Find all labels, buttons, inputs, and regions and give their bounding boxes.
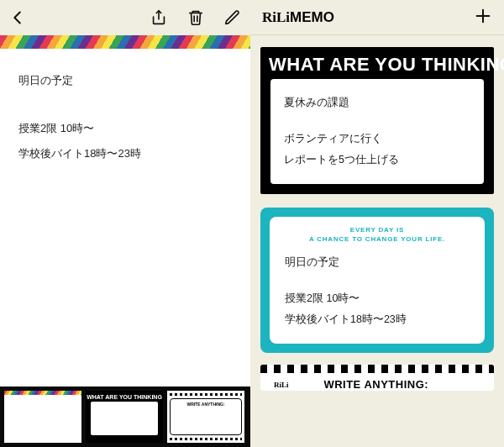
note-line: 学校後バイト18時〜23時: [18, 142, 232, 165]
note-canvas[interactable]: 明日の予定 授業2限 10時〜 学校後バイト18時〜23時: [0, 35, 250, 387]
memo-list-pane: RiLiMEMO WHAT ARE YOU THINKING 夏休みの課題 ボラ…: [250, 0, 504, 447]
editor-pane: 明日の予定 授業2限 10時〜 学校後バイト18時〜23時 WHAT ARE Y…: [0, 0, 250, 447]
template-thumb-rainbow[interactable]: [4, 391, 81, 443]
card-line: 学校後バイト18時〜23時: [285, 309, 470, 330]
note-line: 授業2限 10時〜: [18, 117, 232, 139]
card-headline: WRITE ANYTHING:: [323, 378, 428, 391]
card-line: 授業2限 10時〜: [285, 288, 470, 309]
back-icon[interactable]: [8, 8, 27, 27]
card-line: ボランティアに行く: [284, 129, 470, 150]
card-title: 夏休みの課題: [284, 92, 470, 113]
editor-toolbar: [0, 0, 250, 35]
template-strip[interactable]: WHAT ARE YOU THINKING WRITE ANYTHING:: [0, 387, 250, 447]
card-brand-mark: RiLi: [274, 381, 289, 389]
memo-card-write[interactable]: RiLi WRITE ANYTHING:: [260, 365, 494, 391]
edit-pencil-icon[interactable]: [223, 8, 242, 27]
list-toolbar: RiLiMEMO: [250, 0, 504, 35]
note-body[interactable]: 明日の予定 授業2限 10時〜 学校後バイト18時〜23時: [0, 49, 250, 187]
memo-card-teal[interactable]: EVERY DAY IS A CHANCE TO CHANGE YOUR LIF…: [260, 208, 494, 353]
card-body: EVERY DAY IS A CHANCE TO CHANGE YOUR LIF…: [270, 217, 485, 344]
template-thumb-thinking[interactable]: WHAT ARE YOU THINKING: [86, 391, 163, 443]
card-motto: EVERY DAY IS A CHANCE TO CHANGE YOUR LIF…: [285, 225, 470, 244]
card-title: 明日の予定: [285, 252, 470, 273]
share-icon[interactable]: [150, 8, 168, 27]
memo-list[interactable]: WHAT ARE YOU THINKING 夏休みの課題 ボランティアに行く レ…: [250, 35, 504, 447]
note-title: 明日の予定: [18, 69, 232, 92]
rainbow-stripe-decor: [0, 35, 250, 49]
card-headline: WHAT ARE YOU THINKING: [260, 47, 494, 79]
memo-card-thinking[interactable]: WHAT ARE YOU THINKING 夏休みの課題 ボランティアに行く レ…: [260, 47, 494, 194]
trash-icon[interactable]: [186, 8, 205, 27]
card-line: レポートを5つ仕上げる: [284, 150, 470, 171]
thumb-label: WHAT ARE YOU THINKING: [87, 394, 162, 400]
dashed-border-decor: [260, 365, 494, 373]
card-body: 夏休みの課題 ボランティアに行く レポートを5つ仕上げる: [270, 79, 484, 184]
template-thumb-write[interactable]: WRITE ANYTHING:: [167, 391, 244, 443]
thumb-label: WRITE ANYTHING:: [186, 402, 224, 407]
add-memo-icon[interactable]: [474, 7, 492, 29]
app-title: RiLiMEMO: [262, 9, 334, 26]
